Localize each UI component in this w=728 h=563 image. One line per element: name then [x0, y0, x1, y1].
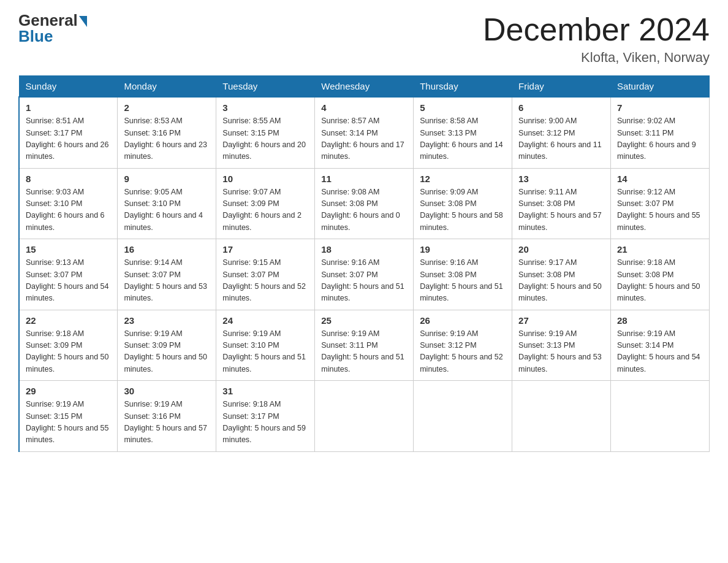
calendar-cell: 18Sunrise: 9:16 AMSunset: 3:07 PMDayligh…	[315, 239, 414, 310]
logo-text: General	[18, 12, 87, 28]
day-number: 3	[222, 102, 308, 113]
day-number: 9	[124, 174, 210, 184]
day-number: 15	[26, 244, 111, 255]
day-info: Sunrise: 9:16 AMSunset: 3:08 PMDaylight:…	[420, 257, 506, 305]
calendar-cell: 25Sunrise: 9:19 AMSunset: 3:11 PMDayligh…	[315, 310, 414, 381]
day-number: 14	[617, 174, 703, 184]
day-info: Sunrise: 8:58 AMSunset: 3:13 PMDaylight:…	[420, 115, 506, 163]
day-info: Sunrise: 9:19 AMSunset: 3:13 PMDaylight:…	[518, 328, 604, 376]
calendar-cell: 17Sunrise: 9:15 AMSunset: 3:07 PMDayligh…	[216, 239, 315, 310]
day-info: Sunrise: 9:18 AMSunset: 3:08 PMDaylight:…	[617, 257, 703, 305]
day-info: Sunrise: 9:03 AMSunset: 3:10 PMDaylight:…	[26, 186, 111, 234]
day-number: 6	[518, 102, 604, 113]
calendar-cell: 28Sunrise: 9:19 AMSunset: 3:14 PMDayligh…	[611, 310, 710, 381]
day-number: 22	[26, 315, 111, 326]
day-info: Sunrise: 9:18 AMSunset: 3:09 PMDaylight:…	[26, 328, 111, 376]
logo-blue-text: Blue	[18, 27, 53, 46]
day-number: 31	[222, 386, 308, 396]
calendar-title: December 2024	[483, 12, 710, 47]
weekday-header-tuesday: Tuesday	[216, 76, 315, 98]
day-info: Sunrise: 9:13 AMSunset: 3:07 PMDaylight:…	[26, 257, 111, 305]
calendar-week-5: 29Sunrise: 9:19 AMSunset: 3:15 PMDayligh…	[19, 381, 710, 452]
day-number: 10	[222, 174, 308, 184]
day-number: 17	[222, 244, 308, 255]
weekday-header-friday: Friday	[512, 76, 611, 98]
calendar-week-2: 8Sunrise: 9:03 AMSunset: 3:10 PMDaylight…	[19, 168, 710, 239]
calendar-week-3: 15Sunrise: 9:13 AMSunset: 3:07 PMDayligh…	[19, 239, 710, 310]
calendar-week-4: 22Sunrise: 9:18 AMSunset: 3:09 PMDayligh…	[19, 310, 710, 381]
day-info: Sunrise: 9:16 AMSunset: 3:07 PMDaylight:…	[321, 257, 407, 305]
calendar-cell: 26Sunrise: 9:19 AMSunset: 3:12 PMDayligh…	[414, 310, 512, 381]
day-info: Sunrise: 9:07 AMSunset: 3:09 PMDaylight:…	[222, 186, 308, 234]
weekday-header-saturday: Saturday	[611, 76, 710, 98]
day-info: Sunrise: 8:51 AMSunset: 3:17 PMDaylight:…	[26, 115, 111, 163]
calendar-table: SundayMondayTuesdayWednesdayThursdayFrid…	[18, 75, 710, 452]
day-info: Sunrise: 9:19 AMSunset: 3:09 PMDaylight:…	[124, 328, 210, 376]
weekday-header-sunday: Sunday	[19, 76, 118, 98]
day-info: Sunrise: 9:00 AMSunset: 3:12 PMDaylight:…	[518, 115, 604, 163]
calendar-cell: 20Sunrise: 9:17 AMSunset: 3:08 PMDayligh…	[512, 239, 611, 310]
calendar-cell: 2Sunrise: 8:53 AMSunset: 3:16 PMDaylight…	[118, 97, 216, 168]
day-number: 11	[321, 174, 407, 184]
day-info: Sunrise: 9:19 AMSunset: 3:10 PMDaylight:…	[222, 328, 308, 376]
page-header: General Blue December 2024 Klofta, Viken…	[18, 12, 710, 66]
day-number: 25	[321, 315, 407, 326]
calendar-cell: 12Sunrise: 9:09 AMSunset: 3:08 PMDayligh…	[414, 168, 512, 239]
calendar-cell: 9Sunrise: 9:05 AMSunset: 3:10 PMDaylight…	[118, 168, 216, 239]
day-info: Sunrise: 9:11 AMSunset: 3:08 PMDaylight:…	[518, 186, 604, 234]
day-number: 16	[124, 244, 210, 255]
logo: General Blue	[18, 12, 87, 46]
calendar-cell: 27Sunrise: 9:19 AMSunset: 3:13 PMDayligh…	[512, 310, 611, 381]
calendar-cell: 13Sunrise: 9:11 AMSunset: 3:08 PMDayligh…	[512, 168, 611, 239]
calendar-cell	[414, 381, 512, 452]
day-info: Sunrise: 9:19 AMSunset: 3:14 PMDaylight:…	[617, 328, 703, 376]
day-info: Sunrise: 9:05 AMSunset: 3:10 PMDaylight:…	[124, 186, 210, 234]
day-number: 1	[26, 102, 111, 113]
calendar-cell: 21Sunrise: 9:18 AMSunset: 3:08 PMDayligh…	[611, 239, 710, 310]
day-number: 27	[518, 315, 604, 326]
day-number: 20	[518, 244, 604, 255]
calendar-cell: 5Sunrise: 8:58 AMSunset: 3:13 PMDaylight…	[414, 97, 512, 168]
weekday-header-row: SundayMondayTuesdayWednesdayThursdayFrid…	[19, 76, 710, 98]
day-info: Sunrise: 9:08 AMSunset: 3:08 PMDaylight:…	[321, 186, 407, 234]
calendar-cell: 8Sunrise: 9:03 AMSunset: 3:10 PMDaylight…	[19, 168, 118, 239]
day-info: Sunrise: 8:55 AMSunset: 3:15 PMDaylight:…	[222, 115, 308, 163]
calendar-cell: 10Sunrise: 9:07 AMSunset: 3:09 PMDayligh…	[216, 168, 315, 239]
calendar-cell: 22Sunrise: 9:18 AMSunset: 3:09 PMDayligh…	[19, 310, 118, 381]
calendar-cell: 30Sunrise: 9:19 AMSunset: 3:16 PMDayligh…	[118, 381, 216, 452]
day-number: 26	[420, 315, 506, 326]
day-info: Sunrise: 9:12 AMSunset: 3:07 PMDaylight:…	[617, 186, 703, 234]
calendar-cell: 15Sunrise: 9:13 AMSunset: 3:07 PMDayligh…	[19, 239, 118, 310]
day-number: 23	[124, 315, 210, 326]
day-info: Sunrise: 9:19 AMSunset: 3:12 PMDaylight:…	[420, 328, 506, 376]
day-number: 21	[617, 244, 703, 255]
day-info: Sunrise: 9:19 AMSunset: 3:15 PMDaylight:…	[26, 399, 111, 446]
calendar-cell: 29Sunrise: 9:19 AMSunset: 3:15 PMDayligh…	[19, 381, 118, 452]
calendar-cell: 19Sunrise: 9:16 AMSunset: 3:08 PMDayligh…	[414, 239, 512, 310]
day-info: Sunrise: 9:19 AMSunset: 3:11 PMDaylight:…	[321, 328, 407, 376]
day-number: 12	[420, 174, 506, 184]
day-info: Sunrise: 9:14 AMSunset: 3:07 PMDaylight:…	[124, 257, 210, 305]
day-info: Sunrise: 9:17 AMSunset: 3:08 PMDaylight:…	[518, 257, 604, 305]
day-number: 13	[518, 174, 604, 184]
day-number: 29	[26, 386, 111, 396]
location-subtitle: Klofta, Viken, Norway	[483, 50, 710, 66]
day-info: Sunrise: 9:02 AMSunset: 3:11 PMDaylight:…	[617, 115, 703, 163]
calendar-cell: 7Sunrise: 9:02 AMSunset: 3:11 PMDaylight…	[611, 97, 710, 168]
logo-arrow-icon	[79, 16, 87, 27]
day-number: 28	[617, 315, 703, 326]
calendar-cell	[611, 381, 710, 452]
day-number: 19	[420, 244, 506, 255]
day-number: 4	[321, 102, 407, 113]
day-number: 18	[321, 244, 407, 255]
weekday-header-thursday: Thursday	[414, 76, 512, 98]
weekday-header-wednesday: Wednesday	[315, 76, 414, 98]
logo-general-text: General	[18, 12, 78, 28]
calendar-cell: 31Sunrise: 9:18 AMSunset: 3:17 PMDayligh…	[216, 381, 315, 452]
day-number: 7	[617, 102, 703, 113]
day-number: 2	[124, 102, 210, 113]
calendar-week-1: 1Sunrise: 8:51 AMSunset: 3:17 PMDaylight…	[19, 97, 710, 168]
calendar-cell: 3Sunrise: 8:55 AMSunset: 3:15 PMDaylight…	[216, 97, 315, 168]
day-number: 30	[124, 386, 210, 396]
calendar-cell: 23Sunrise: 9:19 AMSunset: 3:09 PMDayligh…	[118, 310, 216, 381]
